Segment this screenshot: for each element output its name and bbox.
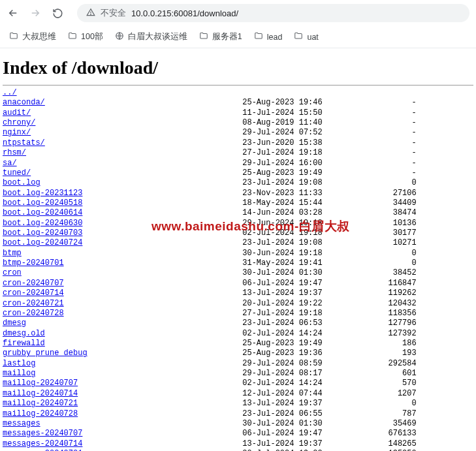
- file-link[interactable]: lastlog: [3, 359, 35, 368]
- file-link[interactable]: dmesg.old: [3, 329, 45, 338]
- file-link[interactable]: boot.log: [3, 178, 40, 187]
- file-link[interactable]: grubby_prune_debug: [3, 349, 87, 358]
- bookmark-label: 大叔思维: [22, 31, 56, 42]
- file-link[interactable]: btmp: [3, 249, 22, 258]
- file-link[interactable]: sa/: [3, 159, 17, 168]
- divider: [3, 85, 473, 86]
- bookmark-item-4[interactable]: lead: [254, 31, 283, 42]
- file-link[interactable]: boot.log-20240614: [3, 208, 82, 217]
- file-link[interactable]: nginx/: [3, 128, 31, 137]
- file-link[interactable]: cron-20240721: [3, 299, 64, 308]
- bookmarks-bar: 大叔思维100部白眉大叔谈运维服务器1leaduat: [0, 26, 476, 48]
- file-link[interactable]: boot.log-20240630: [3, 219, 82, 228]
- file-link[interactable]: ntpstats/: [3, 138, 45, 148]
- file-link[interactable]: boot.log-20240518: [3, 198, 82, 208]
- file-link[interactable]: dmesg: [3, 319, 26, 328]
- file-link[interactable]: maillog-20240721: [3, 399, 78, 408]
- browser-toolbar: 不安全 10.0.0.215:60081/download/: [0, 0, 476, 26]
- bookmark-label: 100部: [81, 31, 103, 42]
- parent-dir-link[interactable]: ../: [3, 88, 17, 97]
- nav-back-button[interactable]: [7, 7, 20, 19]
- globe-icon: [115, 31, 124, 42]
- nav-forward-button[interactable]: [29, 7, 42, 19]
- file-link[interactable]: boot.log-20231123: [3, 189, 82, 198]
- file-link[interactable]: firewalld: [3, 339, 45, 348]
- folder-icon: [199, 31, 208, 42]
- file-link[interactable]: anaconda/: [3, 98, 45, 107]
- svg-point-1: [91, 14, 91, 14]
- nav-reload-button[interactable]: [51, 8, 64, 19]
- file-link[interactable]: maillog-20240714: [3, 389, 78, 398]
- url-text: 10.0.0.215:60081/download/: [131, 8, 238, 18]
- bookmark-label: lead: [267, 33, 283, 42]
- folder-icon: [294, 31, 303, 42]
- url-bar[interactable]: 不安全 10.0.0.215:60081/download/: [77, 4, 469, 22]
- file-link[interactable]: cron-20240707: [3, 279, 64, 288]
- bookmark-label: 白眉大叔谈运维: [128, 31, 187, 42]
- page-title: Index of /download/: [3, 57, 473, 78]
- file-link[interactable]: tuned/: [3, 168, 31, 178]
- bookmark-label: uat: [307, 33, 318, 42]
- bookmark-item-5[interactable]: uat: [294, 31, 318, 42]
- file-link[interactable]: messages-20240707: [3, 429, 82, 438]
- file-link[interactable]: maillog-20240728: [3, 409, 78, 418]
- file-link[interactable]: rhsm/: [3, 148, 26, 157]
- file-link[interactable]: messages: [3, 419, 40, 428]
- page-content: Index of /download/ ../ anaconda/ 25-Aug…: [0, 48, 476, 451]
- directory-listing: ../ anaconda/ 25-Aug-2023 19:46 - audit/…: [3, 88, 473, 451]
- file-link[interactable]: cron: [3, 268, 22, 277]
- bookmark-item-0[interactable]: 大叔思维: [9, 31, 56, 42]
- security-label: 不安全: [101, 7, 126, 19]
- bookmark-item-1[interactable]: 100部: [68, 31, 103, 42]
- file-link[interactable]: chrony/: [3, 118, 35, 127]
- security-warning-icon: [86, 8, 95, 19]
- folder-icon: [9, 31, 18, 42]
- file-link[interactable]: audit/: [3, 108, 31, 117]
- file-link[interactable]: messages-20240714: [3, 439, 82, 448]
- bookmark-label: 服务器1: [212, 31, 242, 42]
- file-link[interactable]: cron-20240728: [3, 309, 64, 318]
- folder-icon: [254, 31, 263, 42]
- file-link[interactable]: btmp-20240701: [3, 258, 64, 268]
- bookmark-item-3[interactable]: 服务器1: [199, 31, 242, 42]
- file-link[interactable]: boot.log-20240703: [3, 228, 82, 238]
- folder-icon: [68, 31, 77, 42]
- file-link[interactable]: maillog-20240707: [3, 379, 78, 388]
- file-link[interactable]: maillog: [3, 369, 35, 378]
- file-link[interactable]: cron-20240714: [3, 288, 64, 298]
- file-link[interactable]: boot.log-20240724: [3, 238, 82, 247]
- bookmark-item-2[interactable]: 白眉大叔谈运维: [115, 31, 187, 42]
